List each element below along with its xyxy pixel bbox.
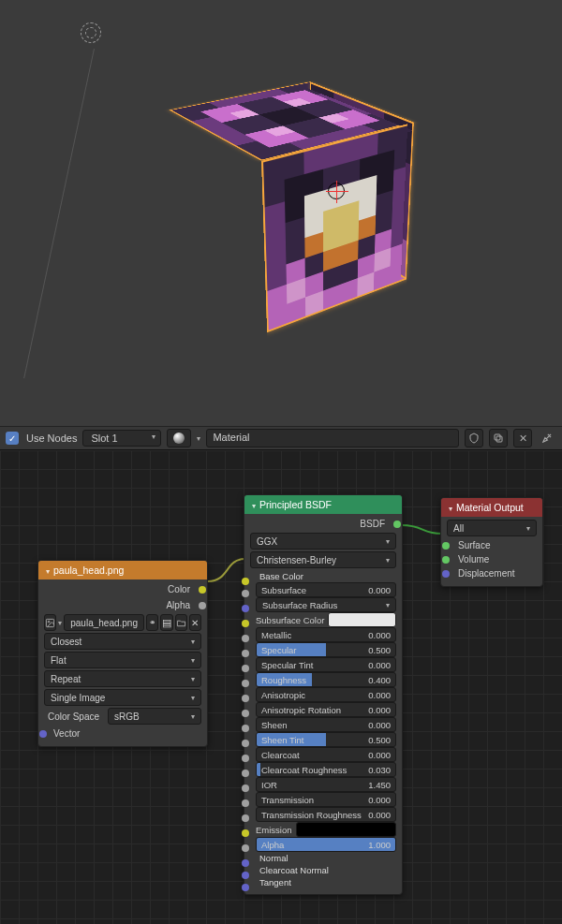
extension-dropdown[interactable]: Repeat: [44, 670, 201, 687]
bsdf-input-metallic[interactable]: Metallic0.000: [250, 627, 396, 642]
output-input-surface[interactable]: Surface: [447, 538, 537, 552]
material-slot-dropdown[interactable]: Slot 1: [82, 430, 161, 447]
svg-point-3: [48, 621, 50, 623]
bsdf-input-specular-tint[interactable]: Specular Tint0.000: [250, 657, 396, 672]
output-input-volume[interactable]: Volume: [447, 552, 537, 566]
socket-in[interactable]: [242, 665, 249, 672]
bsdf-input-clearcoat-roughness[interactable]: Clearcoat Roughness0.030: [250, 762, 396, 777]
socket-in[interactable]: [242, 770, 249, 777]
bsdf-input-base-color[interactable]: Base Color: [250, 570, 396, 582]
unlink-image-icon[interactable]: ✕: [189, 614, 201, 631]
bsdf-input-clearcoat-normal[interactable]: Clearcoat Normal: [250, 864, 396, 876]
target-dropdown[interactable]: All: [447, 520, 537, 536]
pin-icon[interactable]: [538, 429, 556, 447]
bsdf-input-normal[interactable]: Normal: [250, 852, 396, 864]
output-input-displacement[interactable]: Displacement: [447, 566, 537, 580]
socket-out-color[interactable]: [199, 586, 206, 594]
output-bsdf[interactable]: BSDF: [250, 517, 396, 531]
socket-in[interactable]: [242, 755, 249, 762]
bsdf-input-sheen[interactable]: Sheen0.000: [250, 717, 396, 732]
bsdf-input-emission[interactable]: Emission: [250, 822, 396, 837]
material-output-node[interactable]: Material Output All SurfaceVolumeDisplac…: [440, 497, 543, 587]
chevron-down-icon: ▾: [58, 619, 62, 627]
socket-in[interactable]: [242, 872, 249, 879]
axis-line: [23, 49, 95, 378]
image-filename-field[interactable]: paula_head.png: [64, 614, 144, 631]
socket-in-vector[interactable]: [39, 730, 47, 738]
chevron-down-icon: ▾: [197, 434, 200, 443]
camera-icon: [81, 22, 101, 43]
duplicate-icon[interactable]: [489, 429, 508, 447]
shield-icon[interactable]: [465, 429, 483, 447]
svg-rect-0: [496, 436, 502, 442]
bsdf-input-transmission[interactable]: Transmission0.000: [250, 792, 396, 807]
viewport-3d[interactable]: [0, 0, 562, 426]
bsdf-input-anisotropic-rotation[interactable]: Anisotropic Rotation0.000: [250, 702, 396, 717]
socket-in[interactable]: [442, 556, 450, 564]
bsdf-input-anisotropic[interactable]: Anisotropic0.000: [250, 687, 396, 702]
material-header-bar: ✓ Use Nodes Slot 1 ▾ Material ✕: [0, 426, 562, 450]
new-image-icon[interactable]: ▤: [160, 614, 172, 631]
node-header[interactable]: paula_head.png: [38, 561, 207, 579]
socket-in[interactable]: [242, 590, 249, 597]
input-vector[interactable]: Vector: [44, 726, 201, 741]
socket-in[interactable]: [242, 814, 249, 822]
socket-in[interactable]: [242, 680, 249, 687]
source-dropdown[interactable]: Single Image: [44, 689, 201, 706]
socket-in[interactable]: [242, 620, 249, 627]
socket-in[interactable]: [242, 650, 249, 657]
bsdf-input-subsurface[interactable]: Subsurface0.000: [250, 582, 396, 597]
use-nodes-checkbox[interactable]: ✓: [6, 432, 19, 445]
socket-out-bsdf[interactable]: [393, 521, 401, 528]
distribution-dropdown[interactable]: GGX: [250, 533, 396, 550]
svg-rect-1: [495, 434, 500, 440]
bsdf-input-clearcoat[interactable]: Clearcoat0.000: [250, 747, 396, 762]
material-browse-button[interactable]: [167, 429, 191, 447]
bsdf-input-transmission-roughness[interactable]: Transmission Roughness0.000: [250, 807, 396, 822]
socket-in[interactable]: [242, 844, 249, 852]
image-browse-icon[interactable]: [44, 614, 56, 631]
open-image-icon[interactable]: [175, 614, 187, 631]
projection-dropdown[interactable]: Flat: [44, 652, 201, 668]
socket-in[interactable]: [242, 695, 249, 702]
socket-in[interactable]: [442, 542, 450, 550]
bsdf-input-roughness[interactable]: Roughness0.400: [250, 672, 396, 687]
users-icon[interactable]: ⚭: [146, 614, 158, 631]
output-alpha[interactable]: Alpha: [44, 598, 201, 612]
socket-in[interactable]: [242, 785, 249, 792]
bsdf-input-specular[interactable]: Specular0.500: [250, 642, 396, 657]
node-header[interactable]: Material Output: [441, 498, 542, 517]
socket-in[interactable]: [242, 578, 249, 585]
textured-cube[interactable]: [178, 75, 468, 356]
socket-in[interactable]: [242, 710, 249, 717]
socket-in[interactable]: [242, 829, 249, 837]
colorspace-label: Color Space: [44, 711, 104, 722]
socket-in[interactable]: [242, 725, 249, 732]
socket-in[interactable]: [242, 799, 249, 807]
cube-face-front: [261, 123, 414, 333]
colorspace-dropdown[interactable]: sRGB: [108, 708, 201, 725]
principled-bsdf-node[interactable]: Principled BSDF BSDF GGX Christensen-Bur…: [244, 494, 403, 895]
output-color[interactable]: Color: [44, 582, 201, 596]
socket-in[interactable]: [242, 740, 249, 747]
socket-out-alpha[interactable]: [199, 602, 206, 609]
node-header[interactable]: Principled BSDF: [244, 495, 402, 514]
bsdf-input-ior[interactable]: IOR1.450: [250, 777, 396, 792]
socket-in[interactable]: [242, 859, 249, 867]
unlink-icon[interactable]: ✕: [513, 429, 532, 447]
bsdf-input-subsurface-radius[interactable]: Subsurface Radius: [250, 597, 396, 612]
bsdf-input-tangent[interactable]: Tangent: [250, 876, 396, 888]
socket-in[interactable]: [442, 570, 450, 578]
image-texture-node[interactable]: paula_head.png Color Alpha ▾ paula_head.…: [37, 560, 208, 747]
bsdf-input-subsurface-color[interactable]: Subsurface Color: [250, 612, 396, 627]
socket-in[interactable]: [242, 884, 249, 891]
node-editor[interactable]: paula_head.png Color Alpha ▾ paula_head.…: [0, 450, 562, 924]
sss-method-dropdown[interactable]: Christensen-Burley: [250, 551, 396, 568]
material-name-field[interactable]: Material: [206, 429, 459, 447]
socket-in[interactable]: [242, 605, 249, 612]
bsdf-input-sheen-tint[interactable]: Sheen Tint0.500: [250, 732, 396, 747]
interpolation-dropdown[interactable]: Closest: [44, 633, 201, 650]
bsdf-input-alpha[interactable]: Alpha1.000: [250, 837, 396, 852]
socket-in[interactable]: [242, 635, 249, 642]
use-nodes-label: Use Nodes: [26, 433, 77, 444]
